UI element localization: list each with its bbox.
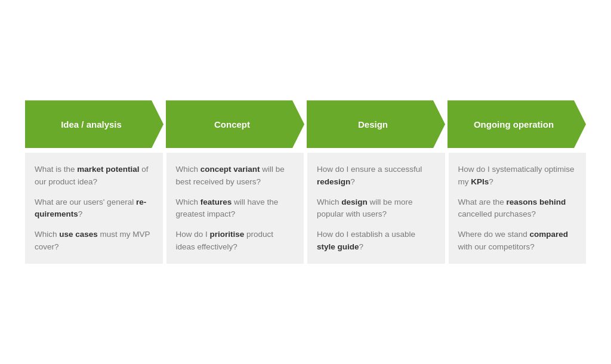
arrow-ongoing: Ongoing operation <box>448 100 586 148</box>
content-concept: Which concept variant will be best recei… <box>166 153 304 264</box>
concept-p3: How do I prioritise product ideas effect… <box>176 229 295 253</box>
idea-p1: What is the market potential of our prod… <box>35 164 153 188</box>
arrow-design: Design <box>307 100 445 148</box>
design-p1: How do I ensure a successful redesign? <box>317 164 436 188</box>
concept-p2: Which features will have the greatest im… <box>176 196 295 221</box>
content-design: How do I ensure a successful redesign? W… <box>307 153 445 264</box>
arrow-concept-label: Concept <box>214 119 250 131</box>
design-p3: How do I establish a usable style guide? <box>317 229 436 253</box>
arrow-row: Idea / analysis Concept Design Ongoing o… <box>25 100 586 148</box>
content-idea: What is the market potential of our prod… <box>25 153 163 264</box>
diagram-wrapper: Idea / analysis Concept Design Ongoing o… <box>19 88 592 276</box>
design-p2: Which design will be more popular with u… <box>317 196 436 221</box>
content-row: What is the market potential of our prod… <box>25 153 586 264</box>
arrow-idea-label: Idea / analysis <box>61 119 122 131</box>
ongoing-p3: Where do we stand compared with our comp… <box>458 229 577 253</box>
ongoing-p2: What are the reasons be­hind cancelled p… <box>458 196 577 221</box>
idea-p3: Which use cases must my MVP cover? <box>35 229 153 253</box>
content-ongoing: How do I syste­matically optimise my KPI… <box>449 153 587 264</box>
arrow-idea: Idea / analysis <box>25 100 163 148</box>
concept-p1: Which concept variant will be best recei… <box>176 164 295 188</box>
arrow-concept: Concept <box>166 100 304 148</box>
idea-p2: What are our users' general re­quirement… <box>35 196 153 221</box>
ongoing-p1: How do I syste­matically optimise my KPI… <box>458 164 577 188</box>
arrow-design-label: Design <box>358 119 388 131</box>
arrow-ongoing-label: Ongoing operation <box>474 119 554 131</box>
